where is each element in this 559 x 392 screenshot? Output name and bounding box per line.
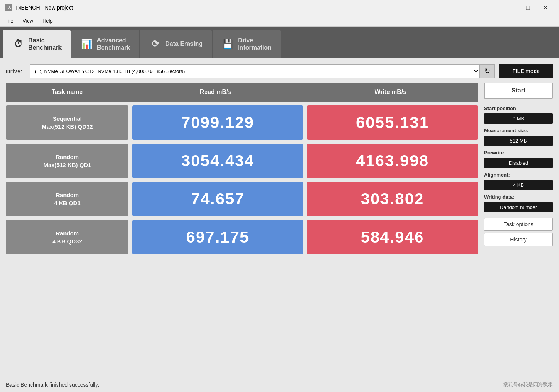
tab-erase-label: Data Erasing: [165, 40, 203, 47]
drive-label: Drive:: [6, 68, 25, 75]
task-options-button[interactable]: Task options: [484, 218, 553, 231]
drive-row: Drive: (E:) NVMe GLOWAY YCT2TNVMe 1.86 T…: [6, 64, 553, 78]
table-header: Task name Read mB/s Write mB/s: [6, 83, 478, 102]
prewrite-label: Prewrite:: [484, 150, 553, 156]
task-name-random-4k-qd32: Random4 KB QD32: [6, 220, 128, 254]
task-name-random-512-qd1: RandomMax(512 KB) QD1: [6, 144, 128, 178]
col-read: Read mB/s: [128, 83, 303, 102]
tab-drive-label: DriveInformation: [238, 37, 271, 51]
result-row-4: Random4 KB QD32 697.175 584.946: [6, 220, 478, 254]
read-value-random-512-qd1: 3054.434: [132, 144, 303, 178]
watermark: 搜狐号@我是四海飘零: [503, 381, 553, 388]
title-bar-left: TX TxBENCH - New project: [5, 4, 73, 11]
right-panel: Start Start position: 0 MB Measurement s…: [484, 83, 553, 371]
read-value-sequential: 7099.129: [132, 105, 303, 140]
tab-basic-icon: ⏱: [12, 39, 24, 49]
prewrite-value: Disabled: [484, 158, 553, 168]
minimize-button[interactable]: —: [502, 2, 519, 14]
result-row-1: SequentialMax(512 KB) QD32 7099.129 6055…: [6, 105, 478, 140]
result-row-2: RandomMax(512 KB) QD1 3054.434 4163.998: [6, 144, 478, 178]
start-position-value: 0 MB: [484, 113, 553, 124]
read-value-random-4k-qd1: 74.657: [132, 182, 303, 216]
title-bar: TX TxBENCH - New project — □ ✕: [0, 0, 559, 15]
tab-erase-icon: ⟳: [149, 39, 161, 49]
tab-advanced-label: AdvancedBenchmark: [97, 37, 130, 51]
writing-data-label: Writing data:: [484, 194, 553, 200]
menu-help[interactable]: Help: [39, 16, 57, 25]
tab-data-erasing[interactable]: ⟳ Data Erasing: [140, 30, 212, 58]
tab-basic-label: BasicBenchmark: [28, 37, 62, 51]
task-name-random-4k-qd1: Random4 KB QD1: [6, 182, 128, 216]
measurement-size-label: Measurement size:: [484, 128, 553, 133]
menu-view[interactable]: View: [19, 16, 37, 25]
tab-drive-information[interactable]: 💾 DriveInformation: [213, 30, 281, 58]
col-write: Write mB/s: [303, 83, 478, 102]
drive-select[interactable]: (E:) NVMe GLOWAY YCT2TNVMe 1.86 TB (4,00…: [30, 64, 479, 78]
start-position-label: Start position:: [484, 105, 553, 111]
results-table: Task name Read mB/s Write mB/s Sequentia…: [6, 83, 478, 371]
write-value-random-512-qd1: 4163.998: [307, 144, 478, 178]
tab-advanced-benchmark[interactable]: 📊 AdvancedBenchmark: [72, 30, 139, 58]
write-value-sequential: 6055.131: [307, 105, 478, 140]
writing-data-value: Random number: [484, 202, 553, 212]
maximize-button[interactable]: □: [519, 2, 537, 14]
task-name-sequential: SequentialMax(512 KB) QD32: [6, 105, 128, 140]
app-icon: TX: [5, 4, 12, 11]
tab-basic-benchmark[interactable]: ⏱ BasicBenchmark: [3, 30, 71, 58]
read-value-random-4k-qd32: 697.175: [132, 220, 303, 254]
col-task-name: Task name: [6, 83, 128, 102]
status-message: Basic Benchmark finished successfully.: [6, 382, 99, 388]
tab-advanced-icon: 📊: [81, 39, 93, 49]
drive-select-wrapper: (E:) NVMe GLOWAY YCT2TNVMe 1.86 TB (4,00…: [30, 64, 495, 78]
drive-refresh-button[interactable]: ↻: [479, 64, 495, 78]
history-button[interactable]: History: [484, 233, 553, 246]
alignment-label: Alignment:: [484, 172, 553, 178]
write-value-random-4k-qd1: 303.802: [307, 182, 478, 216]
file-mode-button[interactable]: FILE mode: [499, 64, 553, 78]
result-row-3: Random4 KB QD1 74.657 303.802: [6, 182, 478, 216]
window-controls: — □ ✕: [502, 2, 554, 14]
measurement-size-value: 512 MB: [484, 136, 553, 146]
tab-bar: ⏱ BasicBenchmark 📊 AdvancedBenchmark ⟳ D…: [0, 27, 559, 58]
menu-bar: File View Help: [0, 15, 559, 27]
close-button[interactable]: ✕: [537, 2, 554, 14]
tab-drive-icon: 💾: [222, 39, 234, 49]
alignment-value: 4 KB: [484, 180, 553, 190]
results-section: Task name Read mB/s Write mB/s Sequentia…: [6, 83, 553, 371]
app-title: TxBENCH - New project: [15, 5, 73, 11]
write-value-random-4k-qd32: 584.946: [307, 220, 478, 254]
main-content: Drive: (E:) NVMe GLOWAY YCT2TNVMe 1.86 T…: [0, 58, 559, 377]
status-bar: Basic Benchmark finished successfully. 搜…: [0, 377, 559, 392]
menu-file[interactable]: File: [2, 16, 17, 25]
start-button[interactable]: Start: [484, 83, 553, 99]
